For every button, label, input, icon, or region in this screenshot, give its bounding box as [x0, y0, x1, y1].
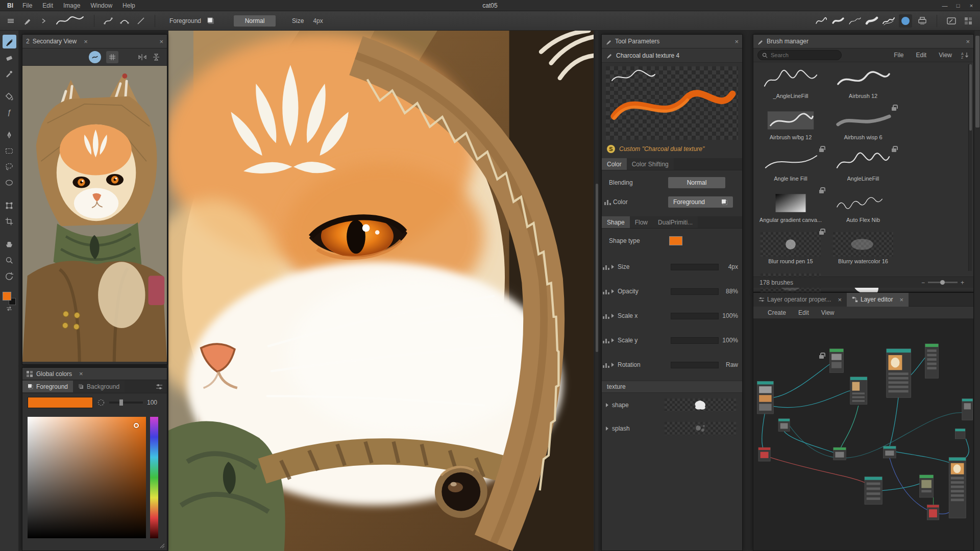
- flip-vertical-icon[interactable]: [152, 53, 160, 62]
- panel-close-icon[interactable]: ×: [966, 38, 970, 45]
- maximize-button[interactable]: □: [951, 0, 965, 11]
- param-mixer-icon[interactable]: [603, 362, 609, 368]
- transform-tool[interactable]: [3, 198, 16, 212]
- texture-shape-thumbnail[interactable]: [665, 398, 736, 412]
- stroke-smoothing-icon[interactable]: [102, 14, 115, 28]
- brush-manager-header[interactable]: Brush manager ×: [753, 35, 973, 48]
- thumb-size-slider[interactable]: [928, 282, 958, 283]
- expand-arrow-icon[interactable]: [37, 14, 50, 28]
- brush-item[interactable]: _AngleLineFill: [754, 64, 827, 106]
- straight-line-icon[interactable]: [134, 14, 148, 28]
- opacity-target-icon[interactable]: [97, 398, 105, 407]
- brush-item[interactable]: Auto Flex Nib: [827, 188, 899, 230]
- brush-preset-3-icon[interactable]: [848, 14, 862, 28]
- tab-foreground[interactable]: Foreground: [22, 381, 73, 392]
- curve-nodes-icon[interactable]: [118, 14, 131, 28]
- opacity-slider[interactable]: [109, 402, 143, 404]
- brush-item[interactable]: Angle line Fill: [754, 147, 827, 188]
- size-value[interactable]: 4px: [313, 17, 323, 24]
- global-colors-header[interactable]: Global colors ×: [22, 368, 167, 380]
- blend-mode-button[interactable]: Normal: [234, 15, 276, 27]
- ellipse-tool-icon[interactable]: [899, 14, 912, 28]
- secondary-view-header[interactable]: 2 Secondary View × ×: [22, 35, 167, 48]
- saturation-value-picker[interactable]: [28, 417, 146, 538]
- expand-chevron-icon[interactable]: [611, 289, 614, 293]
- canvas-scrollbar[interactable]: [595, 31, 598, 551]
- texture-splash-thumbnail[interactable]: [665, 422, 736, 435]
- shape-type-swatch[interactable]: [669, 236, 682, 245]
- brush-item[interactable]: Airbrush 12: [827, 64, 899, 106]
- brush-preset-1-icon[interactable]: [815, 14, 828, 28]
- search-input[interactable]: [771, 52, 832, 58]
- param-mixer-icon[interactable]: [603, 264, 609, 270]
- param-mixer-icon[interactable]: [603, 288, 609, 294]
- brush-search[interactable]: [757, 50, 842, 60]
- param-slider[interactable]: [671, 264, 719, 270]
- brush-menu-view[interactable]: View: [933, 48, 958, 62]
- expand-chevron-icon[interactable]: [611, 338, 614, 342]
- brush-preset-5-icon[interactable]: [882, 14, 895, 28]
- param-mixer-icon[interactable]: [603, 313, 609, 319]
- color-settings-icon[interactable]: [156, 384, 163, 390]
- fill-bucket-tool[interactable]: [3, 89, 16, 103]
- menu-help[interactable]: Help: [117, 0, 140, 11]
- panel-close-icon[interactable]: ×: [734, 38, 739, 45]
- param-slider[interactable]: [671, 337, 719, 344]
- brush-item[interactable]: AngleLineFill: [827, 147, 899, 188]
- close-button[interactable]: ×: [965, 0, 978, 11]
- app-scrollbar[interactable]: [974, 31, 980, 551]
- brush-item[interactable]: Airbrush wisp 6: [827, 106, 899, 147]
- app-logo[interactable]: BI: [3, 2, 17, 9]
- foreground-swatch-icon[interactable]: [204, 14, 217, 28]
- tab-close-icon[interactable]: ×: [838, 296, 842, 303]
- brush-item[interactable]: Blur round pen 15: [754, 230, 827, 271]
- blending-mode-button[interactable]: Normal: [668, 177, 725, 188]
- workspace-grid-icon[interactable]: [962, 14, 975, 28]
- brush-stroke-preview[interactable]: [53, 14, 87, 28]
- brush-menu-file[interactable]: File: [888, 48, 910, 62]
- brush-menu-edit[interactable]: Edit: [910, 48, 933, 62]
- crop-tool[interactable]: [3, 214, 16, 228]
- panel-close-icon[interactable]: ×: [159, 38, 163, 45]
- expand-chevron-icon[interactable]: [611, 363, 614, 367]
- rect-select-tool[interactable]: [3, 144, 16, 158]
- pencil-tool-icon[interactable]: [20, 14, 34, 28]
- tab-background[interactable]: Background: [73, 381, 125, 392]
- tab-flow[interactable]: Flow: [630, 216, 653, 228]
- main-canvas[interactable]: [168, 31, 594, 551]
- sort-az-icon[interactable]: AZ: [961, 52, 969, 59]
- expand-chevron-icon[interactable]: [611, 314, 614, 318]
- eyedropper-tool[interactable]: [3, 66, 16, 80]
- zoom-out-button[interactable]: −: [918, 279, 928, 286]
- lasso-select-tool[interactable]: [3, 160, 16, 173]
- tab-layer-operator[interactable]: Layer operator proper... ×: [753, 293, 847, 307]
- expand-chevron-icon[interactable]: [606, 403, 608, 407]
- layer-menu-view[interactable]: View: [815, 307, 841, 318]
- flip-horizontal-icon[interactable]: [138, 53, 147, 61]
- foreground-color-swatch[interactable]: [3, 292, 11, 300]
- function-tool[interactable]: ƒ: [3, 105, 16, 119]
- tab-close-icon[interactable]: ×: [899, 296, 903, 303]
- param-mixer-icon[interactable]: [603, 337, 609, 343]
- brush-grid-scrollbar[interactable]: [968, 64, 972, 271]
- color-swatches[interactable]: [3, 292, 16, 305]
- tool-par-header[interactable]: Tool Parameters ×: [602, 35, 742, 48]
- panel-close-icon[interactable]: ×: [79, 370, 83, 377]
- tab-shape[interactable]: Shape: [602, 216, 630, 228]
- zoom-tool[interactable]: [3, 253, 16, 267]
- param-slider[interactable]: [671, 362, 719, 368]
- view-grid-icon[interactable]: [106, 51, 118, 63]
- tab-layer-editor[interactable]: Layer editor ×: [847, 293, 909, 307]
- tab-close-icon[interactable]: ×: [84, 38, 88, 45]
- current-color-swatch[interactable]: [28, 397, 93, 408]
- secondary-view-image[interactable]: [22, 66, 167, 362]
- param-slider[interactable]: [671, 288, 719, 295]
- ellipse-select-tool[interactable]: [3, 176, 16, 189]
- resize-handle-icon[interactable]: [160, 543, 165, 548]
- nib-pen-tool[interactable]: [3, 128, 16, 142]
- brush-item[interactable]: Airbrush w/bg 12: [754, 106, 827, 147]
- menu-window[interactable]: Window: [85, 0, 117, 11]
- channel-mixer-icon[interactable]: [604, 199, 611, 205]
- printer-icon[interactable]: [916, 14, 929, 28]
- view-sync-icon[interactable]: [89, 51, 101, 63]
